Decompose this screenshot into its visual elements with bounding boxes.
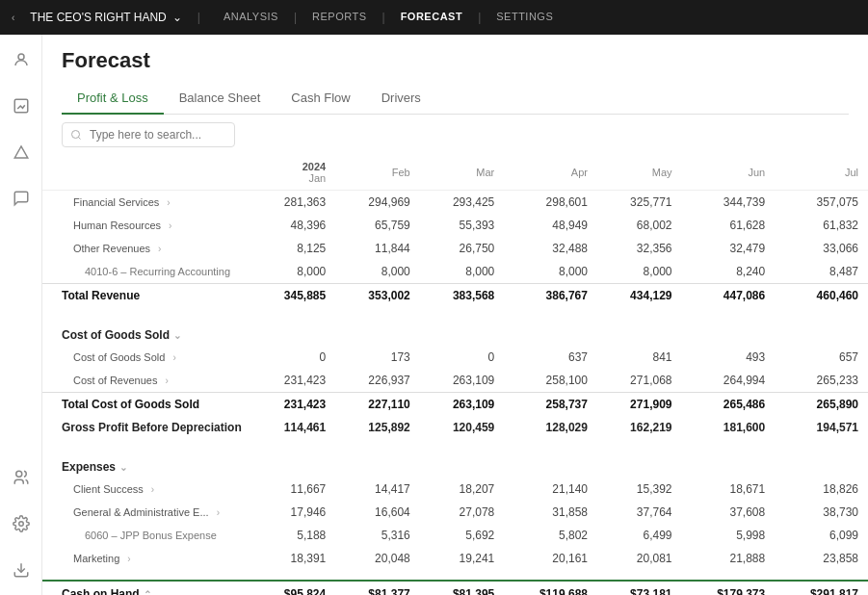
row-value: 11,844 [335,237,420,260]
row-value: 55,393 [420,214,505,237]
sidebar-icon-download[interactable] [8,556,35,583]
table-row[interactable]: Financial Services ›281,363294,969293,42… [42,191,868,215]
col-jun: Jun [682,155,776,191]
row-value: 5,316 [335,524,420,547]
row-value: 21,140 [504,478,597,501]
sidebar [0,35,42,595]
row-value: 194,571 [775,416,868,439]
tab-profit-loss[interactable]: Profit & Loss [62,83,164,115]
row-value: 493 [682,346,776,369]
row-value: 5,802 [504,524,597,547]
row-value: 8,240 [682,260,776,284]
row-label: Marketing › [42,547,251,570]
row-value: 271,068 [597,369,682,393]
back-chevron[interactable]: ‹ [12,13,14,23]
row-value: 231,423 [251,393,336,417]
row-label: Human Resources › [42,214,251,237]
row-value: 353,002 [335,284,420,308]
brand-name[interactable]: THE CEO'S RIGHT HAND ⌄ [30,11,181,24]
nav-menu: ANALYSIS | REPORTS | FORECAST | SETTINGS [224,11,553,24]
tab-drivers[interactable]: Drivers [366,83,436,115]
row-value: 14,417 [335,478,420,501]
table-row[interactable]: Human Resources ›48,39665,75955,39348,94… [42,214,868,237]
row-value: 265,890 [775,393,868,417]
row-value: 33,066 [775,237,868,260]
table-row: Total Cost of Goods Sold231,423227,11026… [42,393,868,417]
row-value: 26,750 [420,237,505,260]
row-value: 17,946 [251,501,336,524]
tab-bar: Profit & Loss Balance Sheet Cash Flow Dr… [62,83,849,115]
row-value: 21,888 [682,547,776,570]
search-input[interactable] [62,122,235,147]
table-row[interactable]: Cost of Goods Sold ›01730637841493657 [42,346,868,369]
row-value: 5,692 [420,524,505,547]
row-label: Financial Services › [42,191,251,215]
sidebar-icon-chart[interactable] [8,92,35,119]
row-value: $95,824 [251,581,336,595]
table-row[interactable]: Cost of Revenues ›231,423226,937263,1092… [42,369,868,393]
col-jul: Jul [775,155,868,191]
row-value: 5,998 [682,524,776,547]
row-value: 8,125 [251,237,336,260]
table-row[interactable]: Other Revenues ›8,12511,84426,75032,4883… [42,237,868,260]
row-value: 8,000 [420,260,505,284]
nav-forecast[interactable]: FORECAST [401,11,463,24]
nav-reports[interactable]: REPORTS [312,11,366,24]
row-value: 447,086 [682,284,776,308]
row-value: 8,000 [251,260,336,284]
row-value: 657 [775,346,868,369]
row-value: $291,817 [775,581,868,595]
row-value: 32,356 [597,237,682,260]
row-value: 173 [335,346,420,369]
tab-balance-sheet[interactable]: Balance Sheet [164,83,276,115]
sidebar-icon-chat[interactable] [8,185,35,212]
section-label: Expenses ⌄ [42,449,251,478]
row-value: 20,081 [597,547,682,570]
row-label: 4010-6 – Recurring Accounting [42,260,251,284]
row-value: 263,109 [420,393,505,417]
data-table-container: 2024Jan Feb Mar Apr May Jun Jul Financia… [42,155,868,595]
row-value: 162,219 [597,416,682,439]
content-area: Forecast Profit & Loss Balance Sheet Cas… [42,35,868,595]
table-row: 4010-6 – Recurring Accounting8,0008,0008… [42,260,868,284]
spacer-row [42,439,868,449]
sidebar-icon-users[interactable] [8,464,35,491]
nav-analysis[interactable]: ANALYSIS [224,11,278,24]
nav-settings[interactable]: SETTINGS [496,11,553,24]
row-value: 37,764 [597,501,682,524]
row-value: 48,396 [251,214,336,237]
row-label: Cost of Goods Sold › [42,346,251,369]
main-layout: Forecast Profit & Loss Balance Sheet Cas… [0,35,868,595]
row-label: Gross Profit Before Depreciation [42,416,251,439]
row-value: $81,395 [420,581,505,595]
row-label: General & Administrative E... › [42,501,251,524]
row-value: 114,461 [251,416,336,439]
brand-chevron: ⌄ [172,11,182,24]
row-value: 38,730 [775,501,868,524]
row-value: 434,129 [597,284,682,308]
row-value: 19,241 [420,547,505,570]
table-row[interactable]: Client Success ›11,66714,41718,20721,140… [42,478,868,501]
table-row[interactable]: General & Administrative E... ›17,94616,… [42,501,868,524]
svg-point-2 [15,471,21,477]
section-header-row: Expenses ⌄ [42,449,868,478]
page-header: Forecast Profit & Loss Balance Sheet Cas… [42,35,868,115]
sidebar-icon-gear[interactable] [8,510,35,537]
table-row: Gross Profit Before Depreciation114,4611… [42,416,868,439]
col-may: May [597,155,682,191]
svg-point-0 [18,54,24,60]
sidebar-icon-user[interactable] [8,46,35,73]
sidebar-icon-triangle[interactable] [8,139,35,166]
row-value: 18,207 [420,478,505,501]
row-value: 841 [597,346,682,369]
row-value: 8,487 [775,260,868,284]
row-value: 20,048 [335,547,420,570]
row-value: 357,075 [775,191,868,215]
col-year: 2024Jan [251,155,336,191]
table-row: 6060 – JPP Bonus Expense5,1885,3165,6925… [42,524,868,547]
row-value: 263,109 [420,369,505,393]
table-row[interactable]: Marketing ›18,39120,04819,24120,16120,08… [42,547,868,570]
section-header-row: Cost of Goods Sold ⌄ [42,317,868,346]
tab-cash-flow[interactable]: Cash Flow [276,83,365,115]
row-label: 6060 – JPP Bonus Expense [42,524,251,547]
